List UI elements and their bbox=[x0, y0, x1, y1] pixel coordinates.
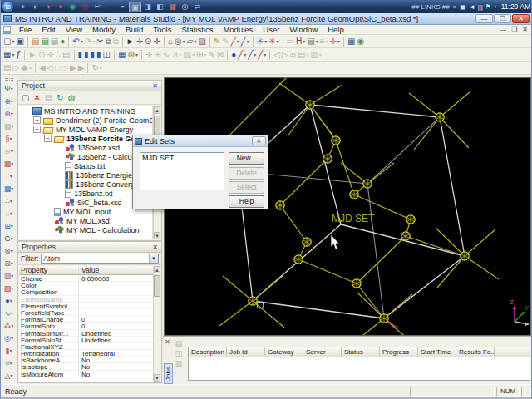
links-chevron-icon[interactable]: » bbox=[453, 3, 456, 11]
step-back-icon[interactable]: ◁ bbox=[47, 62, 55, 74]
tree-item[interactable]: +Dendrimer (2) Forcite GeomOpt bbox=[19, 116, 152, 125]
calculation-icon[interactable]: ▦▾ bbox=[2, 49, 15, 61]
menu-view[interactable]: View bbox=[61, 25, 87, 34]
zoom-disabled-icon[interactable]: ⊙ bbox=[37, 49, 46, 61]
module-amorphous-cell-icon[interactable]: Ψ▾ bbox=[4, 82, 13, 95]
table-disabled-icon[interactable]: ⊞ bbox=[153, 49, 161, 61]
module-analysis-icon[interactable]: ▮▾ bbox=[6, 344, 12, 357]
materials-studio-icon[interactable]: ▣ bbox=[129, 2, 141, 12]
grid-disabled-icon[interactable]: ⊞▾ bbox=[195, 49, 207, 61]
jobs-column-header[interactable]: Progress bbox=[380, 347, 418, 357]
tree-item[interactable]: MS INTRO AND TRAINING bbox=[19, 106, 152, 116]
dialog-titlebar[interactable]: Edit Sets ✕ bbox=[133, 135, 268, 147]
module-compass-icon[interactable]: ▩▾ bbox=[4, 120, 14, 132]
adjust-hydrogen-icon[interactable]: H▾ bbox=[295, 36, 306, 47]
symmetry-icon[interactable]: ▦ bbox=[347, 36, 356, 47]
notepad-icon[interactable]: ▫ bbox=[116, 2, 129, 12]
menu-build[interactable]: Build bbox=[121, 25, 148, 34]
taskbar-clock[interactable]: 11:20 AM bbox=[501, 2, 530, 11]
go-end-icon[interactable]: ▶ bbox=[77, 62, 86, 74]
properties-close-icon[interactable]: ✕ bbox=[152, 244, 158, 251]
snipping-tool-icon[interactable]: ✂ bbox=[91, 2, 104, 12]
app-gray-icon[interactable]: ◎ bbox=[179, 2, 191, 12]
display-1-icon[interactable]: ▮ bbox=[77, 49, 84, 61]
module-vamp-icon[interactable]: ●▾ bbox=[5, 294, 12, 307]
delete-item-icon[interactable]: ✕ bbox=[32, 92, 41, 104]
dialog-close-icon[interactable]: ✕ bbox=[252, 136, 266, 145]
browser-icon[interactable]: ● bbox=[17, 2, 29, 12]
pen-red-icon[interactable]: ╱▾ bbox=[237, 49, 247, 61]
property-row[interactable]: ElementName bbox=[19, 296, 153, 303]
health-icon[interactable]: + bbox=[494, 3, 498, 11]
go-start-icon[interactable]: ◀ bbox=[38, 62, 47, 74]
module-mesocite-icon[interactable]: ∴▾ bbox=[5, 195, 12, 207]
toolbar-grip[interactable] bbox=[5, 78, 13, 81]
app-orange-icon[interactable]: ◑ bbox=[42, 2, 54, 12]
animation-play-icon[interactable]: ▷ bbox=[12, 62, 20, 74]
module-forcite-icon[interactable]: ∵▾ bbox=[5, 170, 12, 182]
sketch-bond-icon[interactable]: ╱▾ bbox=[240, 36, 250, 47]
tray-app-icon[interactable]: ▣ bbox=[460, 3, 466, 11]
save-icon[interactable]: ▣ bbox=[15, 36, 24, 47]
chart-options-icon[interactable]: ▥▾ bbox=[309, 49, 322, 61]
module-gaussian-icon[interactable]: G▾ bbox=[4, 232, 12, 244]
display-3-icon[interactable]: ▮ bbox=[90, 49, 96, 61]
jobs-view-icon[interactable]: ▤ bbox=[175, 339, 183, 347]
property-row[interactable]: IsMixtureAtomNo bbox=[19, 371, 153, 377]
select-disabled-icon[interactable]: ► bbox=[27, 49, 37, 61]
view-orientation-icon[interactable]: ▱▾ bbox=[186, 36, 198, 47]
close-button[interactable]: ✕ bbox=[512, 14, 530, 23]
app-titlebar[interactable]: MS INTRO AND TRAINING - Materials Studio… bbox=[1, 13, 532, 25]
play-icon[interactable]: ▶ bbox=[69, 62, 77, 74]
module-conformers-icon[interactable]: §▾ bbox=[5, 132, 12, 145]
pen-blue-icon[interactable]: ╱▾ bbox=[247, 49, 257, 61]
study-table-icon[interactable]: ◫ bbox=[102, 49, 111, 61]
jobs-column-header[interactable]: Start Time bbox=[418, 347, 456, 357]
module-kinetix-icon[interactable]: ∿▾ bbox=[4, 307, 13, 319]
property-row[interactable]: Charge0.000000 bbox=[19, 275, 153, 282]
signal-icon[interactable]: ||| bbox=[478, 3, 483, 11]
redo-icon[interactable]: ↷▾ bbox=[84, 36, 96, 47]
property-row[interactable]: IsIsotopeNo bbox=[19, 363, 153, 370]
chevron-down-icon[interactable]: ▼ bbox=[149, 254, 158, 263]
menu-help[interactable]: Help bbox=[323, 25, 349, 34]
prev-frame-icon[interactable]: ◁ bbox=[273, 49, 281, 61]
module-onetep-icon[interactable]: ⊞▾ bbox=[4, 219, 13, 232]
new-button[interactable]: New... bbox=[229, 152, 264, 165]
sketch-atom-icon[interactable]: ╱▾ bbox=[230, 36, 240, 47]
menu-tools[interactable]: Tools bbox=[148, 25, 176, 34]
display-2-icon[interactable]: ▮ bbox=[83, 49, 90, 61]
app-grid-icon[interactable]: ▦ bbox=[166, 2, 179, 12]
grid-header[interactable]: PropertyValue bbox=[19, 266, 153, 275]
pencil-disabled-icon[interactable]: ✎ bbox=[207, 49, 215, 61]
jobs-column-header[interactable]: Results Fo... bbox=[456, 347, 495, 357]
erase-icon[interactable]: ✎ bbox=[221, 36, 229, 47]
menu-modify[interactable]: Modify bbox=[87, 25, 121, 34]
loop-mode-icon[interactable]: ∞ bbox=[289, 49, 297, 61]
label-icon[interactable]: ▭ bbox=[286, 36, 295, 47]
jobs-tab[interactable]: Jobs bbox=[164, 363, 173, 384]
delete-disabled-icon[interactable]: ⊠ bbox=[216, 49, 224, 61]
start-button-icon[interactable]: ⊞ bbox=[2, 2, 13, 12]
charge-icon[interactable]: ✳▾ bbox=[268, 36, 279, 47]
pen-multi-icon[interactable]: ╱▾ bbox=[257, 49, 267, 61]
center-view-icon[interactable]: ◎▾ bbox=[174, 36, 186, 47]
restore-button[interactable]: ❐ bbox=[494, 14, 511, 23]
sheet-options-icon[interactable]: ▤▾ bbox=[297, 49, 309, 61]
module-reflex-icon[interactable]: ⊠▾ bbox=[4, 257, 13, 269]
tree-expander-icon[interactable]: + bbox=[33, 116, 41, 124]
home-view-icon[interactable]: ⌂ bbox=[167, 36, 174, 47]
render-style-icon[interactable]: ▨ bbox=[197, 36, 206, 47]
module-gulp-icon[interactable]: ▦▾ bbox=[4, 182, 14, 195]
jobs-column-header[interactable]: Server bbox=[303, 347, 342, 357]
animation-record-icon[interactable]: ◉▾ bbox=[20, 62, 32, 74]
module-quantum-icon[interactable]: ◎▾ bbox=[4, 332, 13, 344]
help-button[interactable]: Help bbox=[229, 195, 264, 208]
property-row[interactable]: ElementSymbol bbox=[19, 303, 153, 309]
bond-disabled-icon[interactable]: ∿ bbox=[162, 49, 170, 61]
menu-window[interactable]: Window bbox=[284, 25, 323, 34]
rotate-icon[interactable]: ✛ bbox=[153, 36, 161, 47]
scroll-thumb[interactable] bbox=[154, 275, 160, 297]
stop-icon[interactable]: □ bbox=[54, 62, 61, 74]
sets-listbox[interactable]: MJD SET bbox=[140, 152, 224, 190]
